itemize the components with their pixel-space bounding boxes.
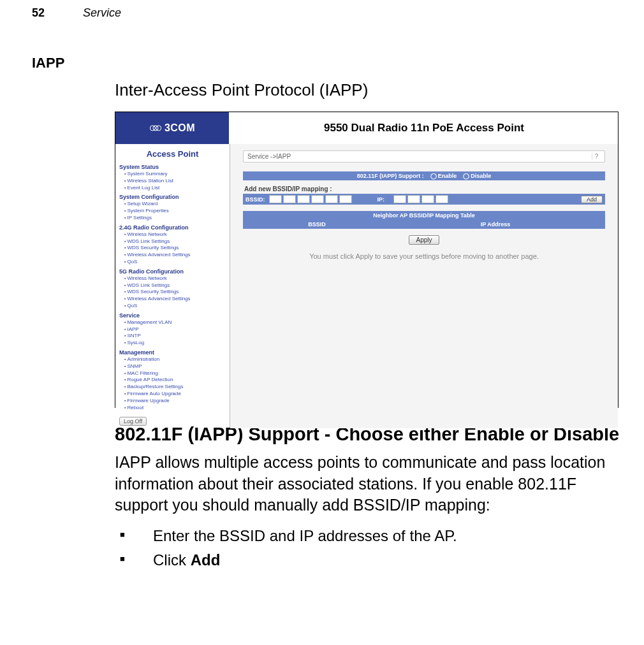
add-button[interactable]: Add (581, 196, 603, 203)
neighbor-table-header: BSSID IP Address (243, 220, 605, 229)
help-icon[interactable]: ? (592, 153, 601, 160)
sidebar-item[interactable]: MAC Filtering (124, 370, 226, 377)
sidebar-item[interactable]: SNMP (124, 363, 226, 370)
sidebar-item[interactable]: Management VLAN (124, 319, 226, 326)
col-bssid: BSSID (245, 221, 388, 228)
apply-hint: You must click Apply to save your settin… (243, 252, 605, 260)
section-intro: Inter-Access Point Protocol (IAPP) (115, 80, 631, 100)
bssid-label: BSSID: (245, 196, 269, 203)
bssid-octet-1[interactable] (269, 195, 282, 203)
list-item-prefix: Click (153, 551, 191, 569)
list-item: Enter the BSSID and IP addresses of the … (115, 524, 631, 548)
radio-enable[interactable]: ◯ (430, 173, 437, 179)
radio-enable-label: Enable (438, 173, 457, 179)
running-title: Service (83, 6, 121, 20)
main-panel: Service ->IAPP ? 802.11F (IAPP) Support … (230, 144, 618, 428)
list-item: Click Add (115, 548, 631, 572)
sidebar-group: System Configuration (119, 194, 226, 200)
sidebar-item[interactable]: Firmware Upgrade (124, 398, 226, 405)
page-number: 52 (32, 6, 45, 20)
sidebar-item[interactable]: SNTP (124, 333, 226, 340)
sidebar-title: Access Point (119, 149, 226, 159)
sidebar-group: 2.4G Radio Configuration (119, 224, 226, 231)
list-item-text: Enter the BSSID and IP addresses of the … (153, 527, 457, 544)
svg-point-1 (153, 126, 158, 131)
svg-point-0 (150, 126, 155, 131)
radio-disable[interactable]: ◯ (463, 173, 469, 179)
bullet-list: Enter the BSSID and IP addresses of the … (115, 524, 631, 573)
iapp-support-label: 802.11F (IAPP) Support : (357, 173, 424, 179)
sidebar-item[interactable]: Reboot (124, 405, 226, 412)
apply-button[interactable]: Apply (409, 235, 439, 245)
subsection-paragraph: IAPP allows multiple access points to co… (115, 452, 631, 516)
iapp-support-bar: 802.11F (IAPP) Support : ◯ Enable ◯ Disa… (243, 171, 605, 180)
svg-point-2 (156, 126, 161, 131)
neighbor-table-caption: Neighbor AP BSSID/IP Mapping Table (243, 211, 605, 220)
sidebar-item[interactable]: Firmware Auto Upgrade (124, 391, 226, 398)
running-head: 52 Service (0, 6, 644, 20)
ip-octet-4[interactable] (435, 195, 448, 203)
bssid-octet-4[interactable] (311, 195, 324, 203)
bssid-octet-3[interactable] (297, 195, 310, 203)
bssid-octet-2[interactable] (283, 195, 296, 203)
sidebar-item[interactable]: Administration (124, 356, 226, 363)
section-heading-iapp: IAPP (0, 55, 644, 71)
sidebar-item[interactable]: Wireless Advanced Settings (124, 252, 226, 259)
list-item-bold: Add (191, 551, 221, 569)
sidebar-item[interactable]: WDS Link Settings (124, 238, 226, 245)
sidebar-item[interactable]: System Properties (124, 208, 226, 215)
ip-label: IP: (377, 196, 389, 203)
sidebar-group: 5G Radio Configuration (119, 268, 226, 275)
bssid-octet-5[interactable] (325, 195, 338, 203)
sidebar-item[interactable]: Wireless Network (124, 275, 226, 282)
sidebar: Access Point System Status System Summar… (115, 144, 230, 428)
sidebar-item[interactable]: IP Settings (124, 215, 226, 222)
sidebar-item[interactable]: WDS Security Settings (124, 289, 226, 296)
brand-logo: 3COM (115, 112, 230, 144)
brand-logo-text: 3COM (165, 122, 195, 134)
ip-octet-2[interactable] (407, 195, 420, 203)
radio-disable-label: Disable (471, 173, 491, 179)
sidebar-item[interactable]: Backup/Restore Settings (124, 384, 226, 391)
sidebar-item[interactable]: Wireless Station List (124, 178, 226, 185)
rings-icon (149, 124, 162, 133)
bssid-octet-6[interactable] (339, 195, 352, 203)
ip-octet-1[interactable] (393, 195, 406, 203)
sidebar-item[interactable]: WDS Security Settings (124, 245, 226, 252)
add-mapping-label: Add new BSSID/IP mapping : (244, 185, 605, 192)
breadcrumb-bar: Service ->IAPP ? (243, 150, 605, 163)
breadcrumb: Service ->IAPP (247, 153, 291, 160)
sidebar-item[interactable]: WDS Link Settings (124, 282, 226, 289)
sidebar-item[interactable]: Event Log List (124, 185, 226, 192)
sidebar-item[interactable]: SysLog (124, 340, 226, 347)
sidebar-item[interactable]: Rogue AP Detection (124, 377, 226, 384)
col-ip: IP Address (388, 221, 603, 228)
sidebar-item[interactable]: Wireless Network (124, 231, 226, 238)
sidebar-group: Management (119, 349, 226, 356)
embedded-screenshot: 3COM 9550 Dual Radio 11n PoE Access Poin… (115, 112, 618, 408)
sidebar-group: Service (119, 312, 226, 319)
ip-octet-3[interactable] (421, 195, 434, 203)
sidebar-item[interactable]: Wireless Advanced Settings (124, 296, 226, 303)
sidebar-group: System Status (119, 164, 226, 170)
sidebar-item[interactable]: QoS (124, 303, 226, 310)
add-mapping-row: BSSID: IP: (243, 194, 605, 205)
sidebar-item[interactable]: System Summary (124, 171, 226, 178)
screenshot-header: 3COM 9550 Dual Radio 11n PoE Access Poin… (115, 112, 618, 144)
sidebar-item[interactable]: Setup Wizard (124, 201, 226, 208)
product-title: 9550 Dual Radio 11n PoE Access Point (230, 112, 618, 144)
sidebar-item[interactable]: QoS (124, 259, 226, 266)
sidebar-item[interactable]: IAPP (124, 326, 226, 333)
